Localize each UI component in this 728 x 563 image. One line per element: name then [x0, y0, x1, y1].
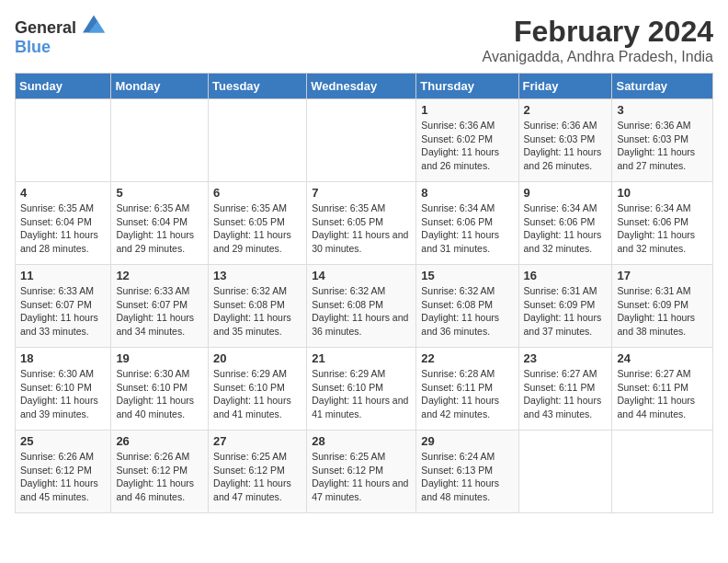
header-row: SundayMondayTuesdayWednesdayThursdayFrid…: [16, 74, 713, 99]
calendar-cell: [209, 99, 307, 182]
calendar-cell: 15Sunrise: 6:32 AM Sunset: 6:08 PM Dayli…: [416, 265, 518, 348]
calendar-cell: [307, 99, 416, 182]
calendar-cell: 6Sunrise: 6:35 AM Sunset: 6:05 PM Daylig…: [209, 182, 307, 265]
day-number: 1: [421, 103, 513, 117]
calendar-body: 1Sunrise: 6:36 AM Sunset: 6:02 PM Daylig…: [16, 99, 713, 513]
page-header: General Blue February 2024 Avanigadda, A…: [15, 15, 713, 65]
calendar-cell: 22Sunrise: 6:28 AM Sunset: 6:11 PM Dayli…: [416, 348, 518, 431]
calendar-cell: [518, 431, 612, 513]
calendar-cell: 8Sunrise: 6:34 AM Sunset: 6:06 PM Daylig…: [416, 182, 518, 265]
calendar-cell: 25Sunrise: 6:26 AM Sunset: 6:12 PM Dayli…: [16, 431, 111, 513]
header-day-thursday: Thursday: [416, 74, 518, 99]
header-day-wednesday: Wednesday: [307, 74, 416, 99]
cell-info: Sunrise: 6:25 AM Sunset: 6:12 PM Dayligh…: [213, 450, 301, 504]
week-row-3: 18Sunrise: 6:30 AM Sunset: 6:10 PM Dayli…: [16, 348, 713, 431]
day-number: 26: [116, 434, 203, 448]
calendar-cell: 7Sunrise: 6:35 AM Sunset: 6:05 PM Daylig…: [307, 182, 416, 265]
cell-info: Sunrise: 6:29 AM Sunset: 6:10 PM Dayligh…: [312, 367, 411, 421]
calendar-cell: 14Sunrise: 6:32 AM Sunset: 6:08 PM Dayli…: [307, 265, 416, 348]
day-number: 13: [213, 269, 301, 282]
cell-info: Sunrise: 6:31 AM Sunset: 6:09 PM Dayligh…: [617, 284, 708, 339]
cell-info: Sunrise: 6:32 AM Sunset: 6:08 PM Dayligh…: [421, 284, 513, 339]
subtitle: Avanigadda, Andhra Pradesh, India: [483, 49, 713, 65]
calendar-cell: 2Sunrise: 6:36 AM Sunset: 6:03 PM Daylig…: [518, 99, 612, 182]
day-number: 3: [617, 103, 708, 117]
calendar-cell: 9Sunrise: 6:34 AM Sunset: 6:06 PM Daylig…: [518, 182, 612, 265]
cell-info: Sunrise: 6:26 AM Sunset: 6:12 PM Dayligh…: [116, 450, 203, 504]
cell-info: Sunrise: 6:34 AM Sunset: 6:06 PM Dayligh…: [421, 201, 513, 256]
day-number: 6: [213, 186, 301, 200]
header-day-sunday: Sunday: [16, 74, 111, 99]
day-number: 11: [20, 269, 106, 282]
main-title: February 2024: [483, 15, 713, 49]
logo-general: General: [15, 18, 76, 37]
cell-info: Sunrise: 6:35 AM Sunset: 6:05 PM Dayligh…: [312, 201, 411, 256]
day-number: 12: [116, 269, 203, 282]
logo-blue: Blue: [15, 38, 51, 56]
day-number: 14: [312, 269, 411, 282]
calendar-cell: 12Sunrise: 6:33 AM Sunset: 6:07 PM Dayli…: [111, 265, 209, 348]
calendar-cell: 11Sunrise: 6:33 AM Sunset: 6:07 PM Dayli…: [16, 265, 111, 348]
week-row-4: 25Sunrise: 6:26 AM Sunset: 6:12 PM Dayli…: [16, 431, 713, 513]
day-number: 21: [312, 351, 411, 365]
calendar-cell: 24Sunrise: 6:27 AM Sunset: 6:11 PM Dayli…: [612, 348, 713, 431]
calendar-cell: 5Sunrise: 6:35 AM Sunset: 6:04 PM Daylig…: [111, 182, 209, 265]
calendar-cell: 4Sunrise: 6:35 AM Sunset: 6:04 PM Daylig…: [16, 182, 111, 265]
calendar-table: SundayMondayTuesdayWednesdayThursdayFrid…: [15, 73, 713, 513]
week-row-2: 11Sunrise: 6:33 AM Sunset: 6:07 PM Dayli…: [16, 265, 713, 348]
cell-info: Sunrise: 6:30 AM Sunset: 6:10 PM Dayligh…: [116, 367, 203, 421]
day-number: 18: [20, 351, 106, 365]
header-day-tuesday: Tuesday: [209, 74, 307, 99]
calendar-cell: 18Sunrise: 6:30 AM Sunset: 6:10 PM Dayli…: [16, 348, 111, 431]
calendar-cell: 17Sunrise: 6:31 AM Sunset: 6:09 PM Dayli…: [612, 265, 713, 348]
day-number: 25: [20, 434, 106, 448]
day-number: 2: [524, 103, 608, 117]
calendar-cell: 27Sunrise: 6:25 AM Sunset: 6:12 PM Dayli…: [209, 431, 307, 513]
calendar-cell: 21Sunrise: 6:29 AM Sunset: 6:10 PM Dayli…: [307, 348, 416, 431]
cell-info: Sunrise: 6:25 AM Sunset: 6:12 PM Dayligh…: [312, 450, 411, 504]
cell-info: Sunrise: 6:36 AM Sunset: 6:02 PM Dayligh…: [421, 119, 513, 173]
calendar-cell: 1Sunrise: 6:36 AM Sunset: 6:02 PM Daylig…: [416, 99, 518, 182]
day-number: 17: [617, 269, 708, 282]
cell-info: Sunrise: 6:28 AM Sunset: 6:11 PM Dayligh…: [421, 367, 513, 421]
header-day-saturday: Saturday: [612, 74, 713, 99]
calendar-cell: 3Sunrise: 6:36 AM Sunset: 6:03 PM Daylig…: [612, 99, 713, 182]
logo-text: General Blue: [15, 15, 105, 57]
day-number: 4: [20, 186, 106, 200]
cell-info: Sunrise: 6:35 AM Sunset: 6:04 PM Dayligh…: [116, 201, 203, 256]
day-number: 19: [116, 351, 203, 365]
calendar-cell: 10Sunrise: 6:34 AM Sunset: 6:06 PM Dayli…: [612, 182, 713, 265]
day-number: 7: [312, 186, 411, 200]
cell-info: Sunrise: 6:29 AM Sunset: 6:10 PM Dayligh…: [213, 367, 301, 421]
day-number: 23: [524, 351, 608, 365]
calendar-cell: [16, 99, 111, 182]
week-row-1: 4Sunrise: 6:35 AM Sunset: 6:04 PM Daylig…: [16, 182, 713, 265]
cell-info: Sunrise: 6:24 AM Sunset: 6:13 PM Dayligh…: [421, 450, 513, 504]
day-number: 16: [524, 269, 608, 282]
header-day-friday: Friday: [518, 74, 612, 99]
cell-info: Sunrise: 6:27 AM Sunset: 6:11 PM Dayligh…: [524, 367, 608, 421]
day-number: 9: [524, 186, 608, 200]
calendar-cell: 26Sunrise: 6:26 AM Sunset: 6:12 PM Dayli…: [111, 431, 209, 513]
calendar-cell: [612, 431, 713, 513]
day-number: 24: [617, 351, 708, 365]
logo: General Blue: [15, 15, 105, 57]
week-row-0: 1Sunrise: 6:36 AM Sunset: 6:02 PM Daylig…: [16, 99, 713, 182]
title-area: February 2024 Avanigadda, Andhra Pradesh…: [483, 15, 713, 65]
cell-info: Sunrise: 6:32 AM Sunset: 6:08 PM Dayligh…: [213, 284, 301, 339]
cell-info: Sunrise: 6:26 AM Sunset: 6:12 PM Dayligh…: [20, 450, 106, 504]
calendar-cell: [111, 99, 209, 182]
cell-info: Sunrise: 6:35 AM Sunset: 6:04 PM Dayligh…: [20, 201, 106, 256]
cell-info: Sunrise: 6:35 AM Sunset: 6:05 PM Dayligh…: [213, 201, 301, 256]
cell-info: Sunrise: 6:33 AM Sunset: 6:07 PM Dayligh…: [20, 284, 106, 339]
calendar-cell: 20Sunrise: 6:29 AM Sunset: 6:10 PM Dayli…: [209, 348, 307, 431]
day-number: 5: [116, 186, 203, 200]
cell-info: Sunrise: 6:36 AM Sunset: 6:03 PM Dayligh…: [617, 119, 708, 173]
header-day-monday: Monday: [111, 74, 209, 99]
cell-info: Sunrise: 6:34 AM Sunset: 6:06 PM Dayligh…: [617, 201, 708, 256]
calendar-cell: 16Sunrise: 6:31 AM Sunset: 6:09 PM Dayli…: [518, 265, 612, 348]
day-number: 27: [213, 434, 301, 448]
day-number: 15: [421, 269, 513, 282]
cell-info: Sunrise: 6:31 AM Sunset: 6:09 PM Dayligh…: [524, 284, 608, 339]
day-number: 28: [312, 434, 411, 448]
